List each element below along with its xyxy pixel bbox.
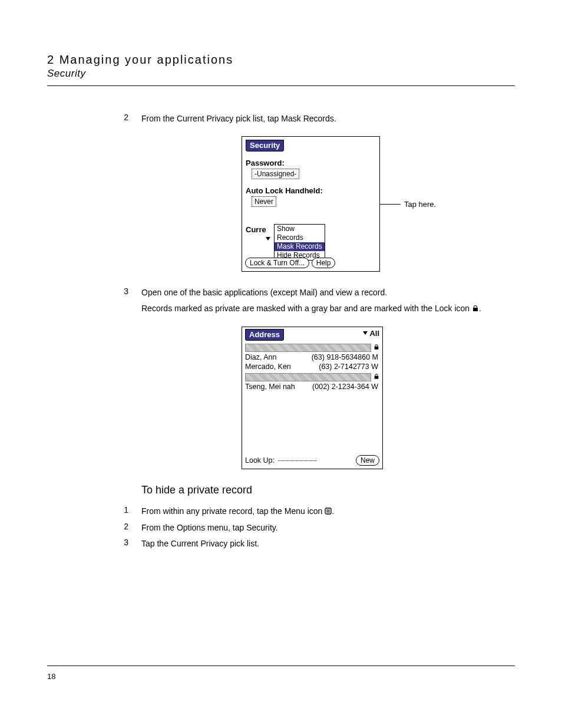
menu-icon (325, 507, 332, 518)
contact-phone: (002) 2-1234-364 (312, 383, 369, 391)
picklist-option-show[interactable]: Show Records (275, 225, 325, 242)
address-row[interactable]: Tseng, Mei nah (002) 2-1234-364 W (245, 383, 379, 392)
autolock-label: Auto Lock Handheld: (246, 186, 376, 195)
step-text: From within any private record, tap the … (141, 506, 325, 516)
privacy-picklist[interactable]: Show Records Mask Records Hide Records (274, 224, 325, 261)
contact-phone-suffix: W (371, 383, 378, 391)
address-row[interactable]: Diaz, Ann (63) 918-5634860 M (245, 353, 379, 363)
category-dropdown[interactable]: All (363, 329, 379, 338)
step-text-tail: . (332, 506, 334, 516)
security-screenshot: Security Password: -Unassigned- Auto Loc… (242, 136, 380, 272)
address-screenshot: Address All Diaz, Ann (6 (242, 327, 383, 469)
contact-phone: (63) 2-7142773 (319, 363, 369, 371)
lock-icon (373, 344, 379, 351)
step-text-tail: . (479, 304, 481, 313)
step-number: 1 (47, 505, 141, 518)
step-text: From the Current Privacy pick list, tap … (141, 113, 515, 124)
contact-phone-suffix: W (371, 363, 378, 371)
picklist-option-mask[interactable]: Mask Records (275, 242, 325, 251)
contact-name: Mercado, Ken (245, 363, 291, 372)
step-text-cont: Records marked as private are masked wit… (141, 304, 472, 313)
masked-record-row[interactable] (245, 373, 379, 381)
step-number: 2 (47, 113, 141, 124)
new-button[interactable]: New (356, 455, 379, 466)
chevron-down-icon (363, 329, 368, 338)
step-text: Open one of the basic applications (exce… (141, 286, 515, 298)
contact-phone: (63) 918-5634860 (312, 353, 370, 361)
security-title-tab: Security (246, 140, 284, 151)
step-number: 2 (47, 522, 141, 533)
lookup-label: Look Up: (245, 456, 275, 465)
picklist-arrow-icon (266, 235, 270, 243)
step-text: From the Options menu, tap Security. (141, 522, 515, 533)
footer-rule (47, 666, 515, 666)
section-title: Security (47, 68, 515, 80)
contact-phone-suffix: M (372, 353, 378, 361)
lookup-input[interactable] (278, 460, 316, 461)
address-row[interactable]: Mercado, Ken (63) 2-7142773 W (245, 363, 379, 372)
masked-record-row[interactable] (245, 344, 379, 352)
step-number: 3 (47, 286, 141, 298)
lock-turn-off-button[interactable]: Lock & Turn Off... (245, 258, 309, 268)
header-rule (47, 85, 515, 86)
autolock-value[interactable]: Never (252, 196, 276, 207)
callout-line (380, 204, 401, 205)
contact-name: Diaz, Ann (245, 353, 277, 363)
password-value[interactable]: -Unassigned- (252, 169, 299, 179)
current-privacy-label-truncated: Curre (246, 225, 266, 234)
step-text: Tap the Current Privacy pick list. (141, 538, 515, 549)
chapter-title: 2 Managing your applications (47, 53, 515, 67)
callout-tap-here: Tap here. (404, 200, 436, 209)
address-title-tab: Address (245, 329, 284, 341)
password-label: Password: (246, 159, 376, 167)
page-number: 18 (47, 672, 55, 681)
lock-icon (472, 304, 479, 315)
subheading-hide-private: To hide a private record (141, 484, 515, 496)
lock-icon (373, 373, 379, 381)
help-button[interactable]: Help (312, 258, 336, 268)
contact-name: Tseng, Mei nah (245, 383, 295, 392)
step-number: 3 (47, 538, 141, 549)
